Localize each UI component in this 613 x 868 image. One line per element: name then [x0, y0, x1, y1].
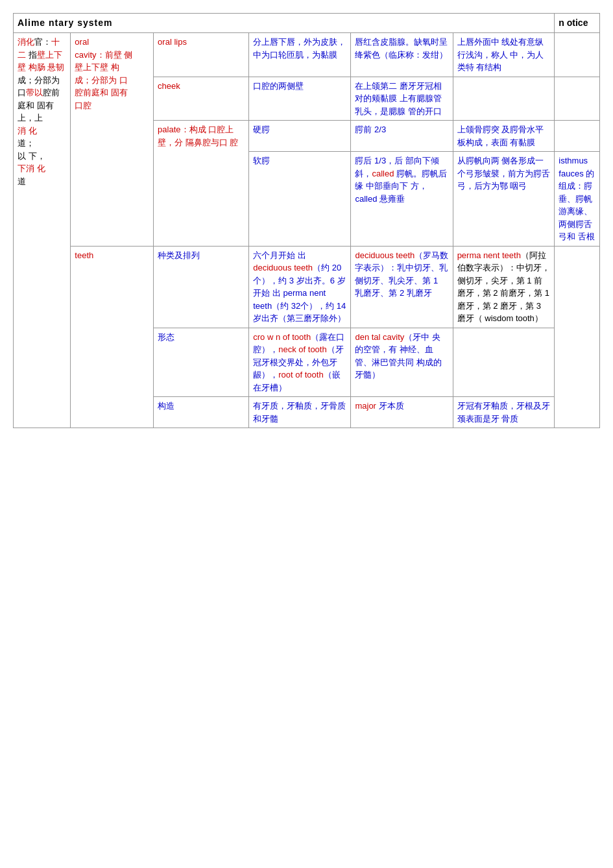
desc3-cell: 上颌骨腭突 及腭骨水平 板构成，表面 有黏膜 — [453, 121, 555, 152]
notice-cell: 牙冠有牙釉质，牙根及牙颈表面是牙 骨质 — [453, 397, 555, 428]
desc2-cell: 在上颌第二 磨牙牙冠相 对的颊黏膜 上有腮腺管 乳头，是腮腺 管的开口 — [351, 77, 453, 121]
desc1-cell: 构造 — [154, 397, 249, 428]
desc2-cell: 唇红含皮脂腺。缺氧时呈绛紫色（临床称：发绀） — [351, 33, 453, 77]
desc1-cell: 口腔的两侧壁 — [249, 77, 351, 121]
desc1-cell: 硬腭 — [249, 121, 351, 152]
table-row: teeth种类及排列六个月开始 出 deciduous teeth（约 20个）… — [14, 246, 600, 328]
organ-cell: oralcavity：前壁 侧壁上下壁 构成；分部为 口腔前庭和 固有口腔 — [71, 33, 154, 247]
notice-cell — [555, 121, 600, 152]
desc2-cell: 六个月开始 出 deciduous teeth（约 20个），约 3 岁出齐。6… — [249, 246, 351, 328]
digestive-cell: 消化官：十二 指壁上下壁 构肠 悬韧成；分部为 口带以腔前庭和 固有上，上消 化… — [14, 33, 71, 428]
desc3-cell — [453, 77, 555, 121]
header-row: Alime ntary system n otice — [14, 14, 600, 33]
desc2-cell: cro w n of tooth（露在口腔），neck of tooth（牙冠牙… — [249, 328, 351, 397]
desc3-cell: 上唇外面中 线处有意纵 行浅沟，称人 中，为人类特 有结构 — [453, 33, 555, 77]
notice-cell: isthmus fauces 的组成：腭垂、腭帆游离缘、两侧腭舌弓和 舌根 — [555, 152, 600, 247]
table-title: Alime ntary system — [14, 14, 555, 33]
desc1-cell: 种类及排列 — [154, 246, 249, 328]
notice-cell: perma nent teeth（阿拉伯数字表示）：中切牙，侧切牙，尖牙，第 1… — [453, 246, 555, 328]
notice-cell — [555, 33, 600, 77]
desc2-cell: 腭前 2/3 — [351, 121, 453, 152]
sub-cell: oral lips — [154, 33, 249, 77]
desc2-cell: 有牙质，牙釉质，牙骨质和牙髓 — [249, 397, 351, 428]
notice-cell — [453, 328, 555, 397]
desc2-cell: 腭后 1/3，后 部向下倾斜，called 腭帆。腭帆后缘 中部垂向下 方，ca… — [351, 152, 453, 247]
desc3-cell: deciduous teeth（罗马数字表示）：乳中切牙、乳侧切牙、乳尖牙、第 … — [351, 246, 453, 328]
sub-cell: cheek — [154, 77, 249, 121]
table-row: 消化官：十二 指壁上下壁 构肠 悬韧成；分部为 口带以腔前庭和 固有上，上消 化… — [14, 33, 600, 77]
desc1-cell: 形态 — [154, 328, 249, 397]
sub-cell: palate：构成 口腔上壁，分 隔鼻腔与口 腔 — [154, 121, 249, 247]
desc3-cell: 从腭帆向两 侧各形成一 个弓形皱襞，前方为腭舌 弓，后方为鄂 咽弓 — [453, 152, 555, 247]
desc1-cell: 软腭 — [249, 152, 351, 247]
desc3-cell: den tal cavity（牙中 央的空管，有 神经、血管、淋巴管共同 构成的… — [351, 328, 453, 397]
notice-cell — [555, 77, 600, 121]
desc1-cell: 分上唇下唇，外为皮肤，中为口轮匝肌，为黏膜 — [249, 33, 351, 77]
desc3-cell: major 牙本质 — [351, 397, 453, 428]
sub-cell: teeth — [71, 246, 154, 428]
notice-header: n otice — [555, 14, 600, 33]
main-table: Alime ntary system n otice 消化官：十二 指壁上下壁 … — [13, 13, 600, 428]
